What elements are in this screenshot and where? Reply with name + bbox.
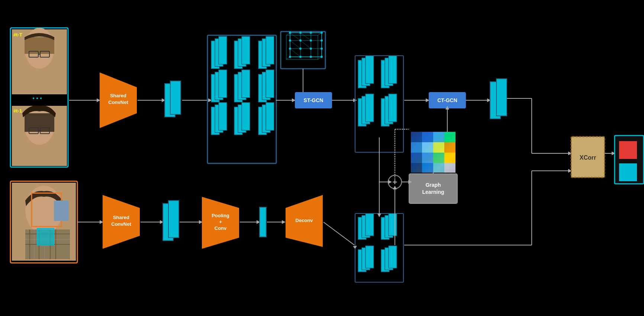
svg-point-94	[310, 39, 312, 42]
svg-point-103	[321, 56, 323, 58]
svg-rect-31	[37, 228, 54, 245]
svg-rect-53	[219, 102, 227, 130]
svg-rect-195	[260, 207, 266, 237]
svg-rect-215	[619, 141, 637, 159]
svg-rect-138	[411, 142, 422, 153]
svg-text:#t-T: #t-T	[13, 32, 22, 38]
svg-text:ConvNet: ConvNet	[111, 221, 131, 227]
svg-rect-145	[444, 153, 455, 163]
svg-point-102	[310, 56, 312, 58]
svg-rect-149	[444, 163, 455, 173]
svg-text:Graph: Graph	[425, 182, 441, 188]
svg-point-90	[310, 32, 312, 34]
svg-rect-142	[411, 153, 422, 163]
svg-rect-135	[422, 132, 433, 142]
svg-point-101	[299, 56, 302, 58]
svg-rect-137	[444, 132, 455, 142]
svg-point-88	[289, 32, 291, 34]
svg-text:Shared: Shared	[110, 93, 126, 98]
svg-rect-124	[389, 94, 397, 122]
architecture-diagram: #t-T • • • #t-1	[0, 0, 644, 316]
svg-point-98	[310, 48, 312, 50]
svg-rect-175	[389, 246, 397, 268]
svg-rect-148	[433, 163, 444, 173]
svg-rect-32	[54, 201, 69, 221]
svg-rect-150	[409, 174, 457, 203]
svg-rect-140	[433, 142, 444, 153]
diagram-svg: #t-T • • • #t-1	[0, 0, 644, 316]
svg-rect-65	[266, 36, 274, 64]
svg-rect-186	[168, 201, 179, 238]
svg-point-92	[289, 39, 291, 42]
svg-rect-118	[389, 56, 397, 84]
svg-point-96	[289, 48, 291, 50]
svg-rect-134	[411, 132, 422, 142]
svg-rect-71	[266, 102, 274, 130]
svg-rect-56	[242, 36, 250, 64]
svg-text:Deconv: Deconv	[296, 218, 313, 223]
svg-rect-146	[411, 163, 422, 173]
svg-rect-132	[496, 79, 507, 116]
svg-point-100	[289, 56, 291, 58]
svg-point-99	[321, 48, 323, 50]
svg-point-95	[321, 39, 323, 42]
svg-rect-0	[0, 0, 644, 316]
svg-rect-47	[219, 36, 227, 64]
svg-rect-121	[366, 94, 374, 122]
svg-rect-141	[444, 142, 455, 153]
svg-rect-143	[422, 153, 433, 163]
svg-rect-139	[422, 142, 433, 153]
svg-rect-172	[366, 246, 374, 268]
svg-text:Pooling: Pooling	[212, 213, 229, 218]
svg-rect-115	[366, 56, 374, 84]
svg-text:+: +	[219, 219, 222, 225]
svg-rect-68	[266, 70, 274, 98]
svg-text:#t-1: #t-1	[13, 108, 22, 114]
svg-text:ConvNet: ConvNet	[108, 100, 128, 105]
svg-text:Conv: Conv	[215, 225, 227, 231]
svg-rect-136	[433, 132, 444, 142]
svg-text:Shared: Shared	[113, 215, 129, 220]
svg-text:ST-GCN: ST-GCN	[304, 97, 323, 103]
svg-rect-166	[366, 214, 374, 236]
svg-point-93	[299, 39, 302, 42]
svg-rect-50	[219, 70, 227, 98]
svg-rect-147	[422, 163, 433, 173]
svg-rect-169	[389, 214, 397, 236]
svg-text:XCorr: XCorr	[580, 154, 596, 161]
svg-text:• • •: • • •	[32, 95, 42, 101]
svg-point-89	[299, 32, 302, 34]
svg-rect-144	[433, 153, 444, 163]
svg-rect-59	[242, 70, 250, 98]
svg-text:CT-GCN: CT-GCN	[437, 97, 457, 103]
svg-point-91	[321, 32, 323, 34]
svg-rect-41	[170, 81, 181, 114]
svg-rect-216	[619, 163, 637, 181]
svg-point-97	[299, 48, 302, 50]
svg-text:Learning: Learning	[422, 189, 444, 195]
svg-rect-62	[242, 102, 250, 130]
